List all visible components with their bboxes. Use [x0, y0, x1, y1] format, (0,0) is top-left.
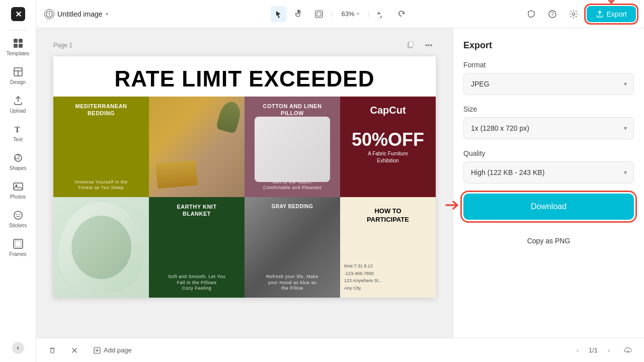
svg-rect-18: [15, 241, 21, 247]
file-info: Untitled image ▾: [44, 9, 108, 19]
canvas-wrapper: Page 1 ••• RATE LIMIT EXCEEDED: [36, 28, 453, 338]
sidebar-item-text[interactable]: T Text: [2, 120, 34, 146]
left-sidebar: ✕ Templates Design Upload T: [0, 0, 36, 362]
select-tool-btn[interactable]: [271, 6, 287, 22]
svg-rect-4: [14, 44, 18, 48]
promo-pct: 50%OFF: [352, 129, 424, 150]
sidebar-collapse-btn[interactable]: ›: [12, 342, 24, 354]
grid-cell-4[interactable]: CapCut 50%OFF A Fabric FurnitureExhibiti…: [340, 97, 436, 197]
app-logo[interactable]: ✕: [8, 4, 28, 24]
quality-section: Quality Low Medium High (122 KB - 243 KB…: [463, 149, 634, 184]
cell-1-bottom-text: Immerse Yourself in theForest as You Sle…: [57, 179, 145, 191]
cell-8-how: HOW TOPARTICIPATE: [344, 207, 432, 224]
file-dropdown-arrow[interactable]: ▾: [106, 11, 108, 17]
undo-btn[interactable]: [373, 6, 389, 22]
sidebar-item-shapes[interactable]: Shapes: [2, 148, 34, 175]
page-counter: 1/1: [589, 346, 598, 354]
export-btn-label: Export: [607, 10, 627, 18]
duplicate-page-btn[interactable]: [404, 38, 418, 52]
sidebar-item-templates[interactable]: Templates: [2, 34, 34, 60]
delete-btn[interactable]: [66, 342, 83, 358]
redo-btn[interactable]: [393, 6, 410, 22]
svg-point-13: [15, 185, 17, 187]
svg-point-14: [14, 211, 22, 219]
copy-png-label: Copy as PNG: [527, 237, 571, 245]
prev-page-btn[interactable]: ‹: [571, 343, 585, 357]
bottom-right: ‹ 1/1 ›: [571, 342, 636, 358]
quality-label: Quality: [463, 149, 634, 157]
svg-rect-12: [14, 183, 23, 190]
svg-rect-20: [315, 11, 323, 18]
grid-cell-8[interactable]: HOW TOPARTICIPATE time:7.31 8.12-123-456…: [340, 197, 436, 298]
download-section: Download: [463, 194, 634, 220]
toolbar-center: | 63% ▾ |: [271, 6, 410, 22]
grid-cell-2[interactable]: [149, 97, 245, 197]
copy-png-btn[interactable]: Copy as PNG: [463, 230, 634, 252]
next-page-btn[interactable]: ›: [602, 343, 616, 357]
frame-layout-btn[interactable]: [311, 6, 327, 22]
zoom-control[interactable]: 63% ▾: [336, 8, 364, 20]
svg-rect-26: [409, 42, 413, 47]
trash-btn[interactable]: [44, 342, 60, 358]
size-select[interactable]: 1x (644 x 362 px) 2x (2560 x 1440 px) 0…: [463, 117, 634, 139]
sidebar-item-design[interactable]: Design: [2, 62, 34, 89]
help-btn[interactable]: ?: [544, 6, 560, 22]
sidebar-item-frames-label: Frames: [10, 251, 27, 257]
toolbar-right: ? Export: [523, 6, 636, 22]
add-page-btn[interactable]: Add page: [89, 343, 137, 357]
grid-cell-7[interactable]: GRAY BEDDING Refresh your life, Makeyour…: [245, 197, 340, 298]
sidebar-item-stickers-label: Stickers: [9, 223, 27, 228]
add-page-label: Add page: [104, 346, 132, 354]
svg-rect-3: [19, 39, 23, 43]
grid-cell-6[interactable]: EARTHY KNITBLANKET Soft and Smooth, Let …: [149, 197, 245, 298]
quality-select-wrapper: Low Medium High (122 KB - 243 KB) Maximu…: [463, 161, 634, 184]
save-to-cloud-btn[interactable]: [620, 342, 636, 358]
page-label: Page 1: [53, 42, 72, 49]
grid-cell-1[interactable]: MEDITERRANEANBEDDING Immerse Yourself in…: [53, 97, 149, 197]
download-btn[interactable]: Download: [463, 194, 634, 220]
svg-text:T: T: [15, 125, 20, 134]
sidebar-item-photos[interactable]: Photos: [2, 177, 34, 204]
export-btn[interactable]: Export: [587, 6, 636, 22]
hand-tool-btn[interactable]: [291, 6, 307, 22]
format-select[interactable]: JPEG PNG SVG PDF: [463, 73, 634, 95]
file-title: Untitled image: [57, 10, 103, 18]
more-options-btn[interactable]: •••: [422, 38, 436, 52]
svg-text:✕: ✕: [15, 10, 21, 19]
design-canvas[interactable]: RATE LIMIT EXCEEDED MEDITERRANEANBEDDING…: [53, 56, 436, 298]
sidebar-item-stickers[interactable]: Stickers: [2, 206, 34, 232]
promo-sub: A Fabric FurnitureExhibition: [352, 150, 424, 164]
quality-select[interactable]: Low Medium High (122 KB - 243 KB) Maximu…: [463, 161, 634, 184]
svg-rect-2: [14, 39, 18, 43]
cell-7-bottom-text: Refresh your life, Makeyour mood as blue…: [249, 274, 336, 292]
cell-6-top-text: EARTHY KNITBLANKET: [177, 203, 216, 218]
canvas-area: Page 1 ••• RATE LIMIT EXCEEDED: [36, 28, 644, 338]
grid-cell-5[interactable]: [53, 197, 149, 298]
file-icon: [44, 9, 54, 19]
canvas-title: RATE LIMIT EXCEEDED: [53, 56, 436, 97]
sidebar-item-upload[interactable]: Upload: [2, 91, 34, 118]
main-area: Untitled image ▾ | 63: [36, 0, 644, 362]
grid-cell-3[interactable]: COTTON AND LINENPILLOW Soft to the Touch…: [245, 97, 340, 197]
canvas-grid: MEDITERRANEANBEDDING Immerse Yourself in…: [53, 97, 436, 298]
cell-6-bottom-text: Soft and Smooth, Let YouFall in the Pill…: [153, 274, 240, 292]
top-bar: Untitled image ▾ | 63: [36, 0, 644, 28]
svg-point-24: [572, 13, 575, 15]
svg-rect-5: [19, 44, 23, 48]
bottom-bar: Add page ‹ 1/1 ›: [36, 338, 644, 362]
settings-btn[interactable]: [566, 6, 582, 22]
size-select-wrapper: 1x (644 x 362 px) 2x (2560 x 1440 px) 0…: [463, 117, 634, 139]
svg-point-15: [16, 214, 17, 215]
svg-rect-21: [317, 12, 321, 16]
shield-btn[interactable]: [523, 6, 539, 22]
sidebar-item-frames[interactable]: Frames: [2, 234, 34, 261]
zoom-dropdown-icon: ▾: [357, 11, 359, 17]
page-actions: •••: [404, 38, 436, 52]
svg-text:?: ?: [551, 12, 554, 17]
panel-title: Export: [463, 40, 634, 51]
sidebar-item-shapes-label: Shapes: [10, 165, 27, 171]
sidebar-item-photos-label: Photos: [10, 194, 26, 200]
cell-4-promo: 50%OFF A Fabric FurnitureExhibition: [352, 129, 424, 164]
svg-point-16: [19, 214, 20, 215]
format-label: Format: [463, 61, 634, 69]
